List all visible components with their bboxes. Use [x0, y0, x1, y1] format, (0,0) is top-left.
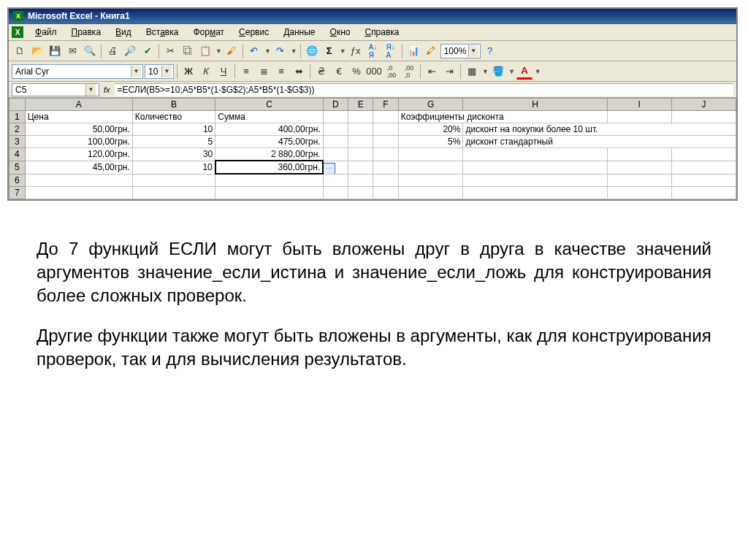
spelling-icon[interactable]: ✔: [140, 43, 156, 59]
menu-tools[interactable]: Сервис: [236, 26, 272, 39]
doc-icon[interactable]: X: [12, 26, 23, 38]
cell[interactable]: [463, 174, 607, 186]
cell[interactable]: 100,00грн.: [25, 136, 132, 148]
menu-help[interactable]: Справка: [362, 26, 402, 39]
autosum-dropdown[interactable]: ▼: [339, 47, 346, 55]
zoom-box[interactable]: 100% ▼: [440, 44, 481, 58]
autosum-icon[interactable]: Σ: [321, 43, 337, 59]
decrease-decimal-icon[interactable]: ,00,0: [401, 64, 417, 80]
cell[interactable]: [373, 186, 398, 199]
sort-desc-icon[interactable]: Я↓А: [383, 43, 399, 59]
new-icon[interactable]: 🗋: [12, 43, 28, 59]
help-icon[interactable]: ?: [482, 43, 498, 59]
cell[interactable]: [373, 123, 398, 136]
fx-label[interactable]: fx: [104, 85, 110, 94]
currency-icon[interactable]: ₴: [313, 64, 329, 80]
col-header[interactable]: H: [463, 99, 607, 111]
cell[interactable]: [323, 186, 348, 199]
cell[interactable]: [373, 161, 398, 174]
cut-icon[interactable]: ✂: [162, 43, 178, 59]
row-header[interactable]: 2: [9, 123, 26, 136]
cell[interactable]: дисконт на покупки более 10 шт.: [463, 123, 736, 136]
save-icon[interactable]: 💾: [47, 43, 63, 59]
underline-button[interactable]: Ч: [215, 64, 232, 80]
cell[interactable]: [373, 136, 398, 148]
percent-icon[interactable]: %: [348, 64, 365, 80]
row-header[interactable]: 6: [9, 174, 26, 186]
cell[interactable]: [607, 111, 671, 123]
sort-asc-icon[interactable]: А↓Я: [365, 43, 381, 59]
cell[interactable]: [463, 161, 607, 174]
cell[interactable]: 5: [132, 136, 215, 148]
row-header[interactable]: 5: [9, 161, 26, 174]
font-name-box[interactable]: Arial Cyr ▼: [12, 64, 143, 79]
cell[interactable]: [215, 186, 323, 199]
col-header[interactable]: B: [132, 99, 215, 111]
cell[interactable]: [398, 186, 463, 199]
menu-view[interactable]: Вид: [112, 26, 134, 39]
print-preview-icon[interactable]: 🔎: [122, 43, 138, 59]
cell[interactable]: [323, 136, 348, 148]
menu-data[interactable]: Данные: [280, 26, 318, 39]
formula-input[interactable]: =ЕСЛИ(B5>=10;A5*B5*(1-$G$2);A5*B5*(1-$G$…: [115, 83, 733, 96]
borders-icon[interactable]: ▦: [464, 64, 480, 80]
menu-window[interactable]: Окно: [327, 26, 354, 39]
cell[interactable]: [323, 148, 348, 161]
col-header[interactable]: C: [215, 99, 323, 111]
font-color-dropdown[interactable]: ▼: [534, 68, 541, 75]
paste-icon[interactable]: 📋: [197, 43, 213, 59]
fill-dropdown[interactable]: ▼: [508, 68, 515, 75]
cell[interactable]: [671, 186, 736, 199]
select-all-corner[interactable]: [9, 99, 26, 111]
spreadsheet-grid[interactable]: A B C D E F G H I J 1 Цена Количество Су…: [9, 98, 736, 199]
align-right-icon[interactable]: ≡: [273, 64, 289, 80]
align-left-icon[interactable]: ≡: [238, 64, 254, 80]
row-header[interactable]: 1: [9, 111, 26, 123]
cell[interactable]: [671, 174, 736, 186]
align-center-icon[interactable]: ≣: [256, 64, 272, 80]
col-header[interactable]: G: [398, 99, 463, 111]
row-header[interactable]: 7: [9, 186, 26, 199]
cell[interactable]: [398, 174, 463, 186]
increase-decimal-icon[interactable]: ,0,00: [383, 64, 400, 80]
comma-icon[interactable]: 000: [366, 64, 382, 80]
undo-icon[interactable]: ↶: [246, 43, 262, 59]
chevron-down-icon[interactable]: ▼: [161, 66, 172, 77]
chevron-down-icon[interactable]: ▼: [85, 84, 96, 96]
cell[interactable]: Количество: [132, 111, 215, 123]
menu-edit[interactable]: Правка: [69, 26, 104, 39]
menu-insert[interactable]: Вставка: [143, 26, 182, 39]
cell[interactable]: 45,00грн.: [25, 161, 132, 174]
cell[interactable]: [323, 174, 348, 186]
name-box[interactable]: C5 ▼: [12, 83, 99, 96]
cell[interactable]: 50,00грн.: [25, 123, 132, 136]
cell[interactable]: [348, 136, 373, 148]
cell[interactable]: 20%: [398, 123, 463, 136]
cell[interactable]: [215, 174, 323, 186]
redo-icon[interactable]: ↷: [272, 43, 289, 59]
chevron-down-icon[interactable]: ▼: [468, 45, 478, 57]
cell-selected[interactable]: 360,00грн.: [215, 161, 323, 174]
open-icon[interactable]: 📂: [29, 43, 45, 59]
cell[interactable]: Сумма: [215, 111, 323, 123]
email-icon[interactable]: ✉: [64, 43, 80, 59]
paste-dropdown[interactable]: ▼: [215, 47, 222, 55]
smart-tag-icon[interactable]: ⋯: [323, 163, 335, 174]
col-header[interactable]: I: [607, 99, 671, 111]
fill-color-icon[interactable]: 🪣: [490, 64, 506, 80]
cell[interactable]: 400,00грн.: [215, 123, 323, 136]
italic-button[interactable]: К: [198, 64, 214, 80]
cell[interactable]: [373, 148, 398, 161]
cell[interactable]: ⋯: [323, 161, 348, 174]
cell[interactable]: [373, 111, 398, 123]
cell[interactable]: [671, 148, 736, 161]
print-icon[interactable]: 🖨: [104, 43, 121, 59]
cell[interactable]: 10: [132, 123, 215, 136]
cell[interactable]: [323, 123, 348, 136]
cell[interactable]: [348, 123, 373, 136]
col-header[interactable]: A: [25, 99, 132, 111]
cell[interactable]: [607, 186, 671, 199]
font-size-box[interactable]: 10 ▼: [145, 64, 174, 79]
chart-icon[interactable]: 📊: [405, 43, 421, 59]
chevron-down-icon[interactable]: ▼: [131, 66, 141, 77]
